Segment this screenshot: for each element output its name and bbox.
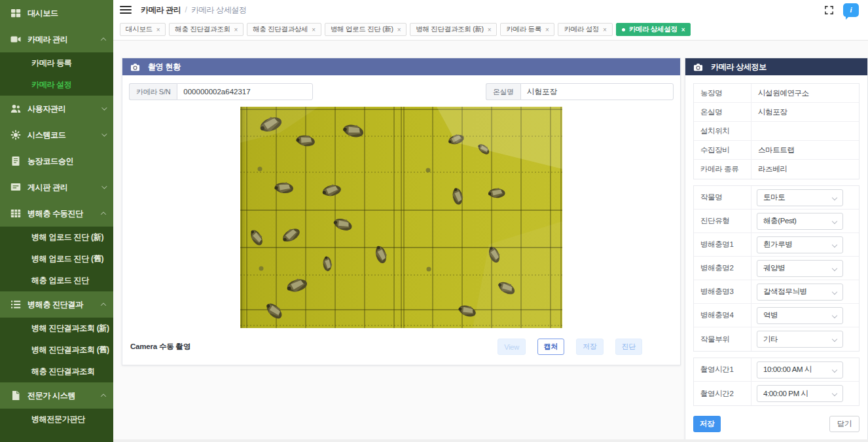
select-병해충명4[interactable]: 역병 (757, 307, 843, 324)
sidebar-item-dashboard[interactable]: 대시보드 (0, 0, 113, 26)
detail-row-label: 촬영시간2 (694, 382, 751, 405)
camera-detail-panel: 카메라 상세정보 농장명시설원예연구소온실명시험포장설치위치수집장비스마트트랩카… (685, 58, 868, 442)
select-진단유형[interactable]: 해충(Pest) (757, 213, 843, 230)
hamburger-menu-icon[interactable] (120, 6, 132, 14)
sidebar-item-disease-diag-result-new[interactable]: 병해 진단결과조회 (新) (0, 318, 113, 339)
sidebar-item-pest-manual-diagnosis[interactable]: 병해충 수동진단 (0, 200, 113, 227)
trap-photo-container (122, 105, 680, 328)
grid-icon (10, 208, 21, 219)
sidebar-item-board-mgmt[interactable]: 게시판 관리 (0, 174, 113, 200)
detail-row: 작물부위기타 (694, 327, 859, 351)
sidebar-item-label: 병해 진단결과조회 (舊) (31, 344, 109, 356)
file-icon (10, 390, 21, 401)
detail-row-label: 작물명 (694, 186, 751, 209)
detail-row-cell: 흰가루병 (751, 236, 848, 253)
chevron-down-icon (832, 242, 837, 247)
tab-camera-register[interactable]: 카메라 등록× (500, 23, 554, 36)
sidebar-item-label: 해충 업로드 진단 (31, 275, 89, 286)
content-area: 촬영 현황 카메라 S/N 온실명 Camera 수동 (113, 41, 868, 442)
detail-row: 설치위치 (694, 122, 859, 141)
sidebar-item-label: 카메라 등록 (31, 58, 72, 69)
sidebar-item-disease-upload-diag-old[interactable]: 병해 업로드 진단 (舊) (0, 248, 113, 270)
sidebar-submenu: 카메라 등록카메라 설정 (0, 52, 113, 96)
tab-disease-upload-new[interactable]: 병해 업로드 진단 (新)× (325, 23, 407, 36)
camera-info-table: 농장명시설원예연구소온실명시험포장설치위치수집장비스마트트랩카메라 종류라즈베리 (693, 83, 859, 179)
save-button[interactable]: 저장 (693, 416, 721, 432)
camera-icon (693, 62, 703, 72)
sidebar-item-label: 병해충 진단결과 (27, 299, 83, 310)
tab-close-icon[interactable]: × (681, 26, 685, 33)
sidebar-item-label: 병해충 수동진단 (27, 208, 83, 219)
tab-label: 카메라 설정 (564, 25, 599, 34)
sticky-trap-photo (240, 107, 562, 328)
tab-pest-diag-result[interactable]: 해충 진단결과조회× (169, 23, 244, 36)
tab-pest-diag-detail[interactable]: 해충 진단결과상세× (247, 23, 321, 36)
capture-button[interactable]: 캡처 (537, 339, 564, 355)
select-촬영시간2[interactable]: 4:00:00 PM 시 (757, 385, 843, 402)
sidebar-item-pest-diag-results[interactable]: 병해충 진단결과 (0, 291, 113, 318)
camera-icon (10, 34, 21, 45)
sidebar-item-farm-code-approval[interactable]: 농장코드승인 (0, 148, 113, 174)
diagnose-button[interactable]: 진단 (615, 339, 642, 355)
sidebar-submenu: 병해 진단결과조회 (新)병해 진단결과조회 (舊)해충 진단결과조회 (0, 318, 113, 382)
sidebar-item-camera-mgmt[interactable]: 카메라 관리 (0, 26, 113, 52)
gears-icon (10, 130, 21, 140)
chevron-down-icon (832, 289, 837, 294)
select-value: 궤양병 (763, 263, 785, 273)
sidebar-submenu: 병해전문가판단 (0, 409, 113, 442)
fullscreen-icon[interactable] (824, 5, 834, 15)
tab-close-icon[interactable]: × (156, 26, 160, 33)
sidebar-item-pest-upload-diag[interactable]: 해충 업로드 진단 (0, 270, 113, 291)
tab-close-icon[interactable]: × (488, 26, 492, 33)
breadcrumb-section[interactable]: 카메라 관리 (141, 5, 181, 16)
detail-row-label: 촬영시간1 (694, 358, 751, 381)
tab-close-icon[interactable]: × (312, 26, 316, 33)
sidebar-item-label: 병해 진단결과조회 (新) (31, 323, 109, 334)
sidebar-item-user-mgmt[interactable]: 사용자관리 (0, 96, 113, 122)
greenhouse-input[interactable] (520, 83, 674, 100)
select-병해충명2[interactable]: 궤양병 (757, 260, 843, 277)
view-button[interactable]: View (497, 339, 525, 355)
close-button[interactable]: 닫기 (829, 416, 859, 432)
detail-row-label: 온실명 (694, 103, 751, 121)
detail-row-value: 시설원예연구소 (751, 88, 816, 98)
capture-panel-header: 촬영 현황 (122, 58, 680, 75)
select-value: 4:00:00 PM 시 (763, 389, 808, 399)
camera-sn-input[interactable] (177, 83, 313, 100)
detail-row-cell: 궤양병 (751, 260, 848, 277)
select-병해충명3[interactable]: 갈색점무늬병 (757, 284, 843, 301)
tab-close-icon[interactable]: × (234, 26, 238, 33)
detail-row-label: 진단유형 (694, 210, 751, 232)
sidebar-item-disease-diag-result-old[interactable]: 병해 진단결과조회 (舊) (0, 339, 113, 361)
detail-row: 병해충명3갈색점무늬병 (694, 280, 859, 304)
select-작물부위[interactable]: 기타 (757, 331, 843, 348)
tab-label: 대시보드 (126, 25, 153, 34)
tab-close-icon[interactable]: × (397, 26, 401, 33)
tab-label: 병해 진단결과조회 (新) (416, 25, 483, 34)
sidebar-item-expert-system[interactable]: 전문가 시스템 (0, 382, 113, 409)
detail-panel-header: 카메라 상세정보 (685, 58, 867, 75)
sidebar-item-system-code[interactable]: 시스템코드 (0, 122, 113, 148)
chevron-up-icon (101, 303, 106, 308)
sidebar-item-label: 시스템코드 (27, 130, 66, 141)
sidebar-item-camera-register[interactable]: 카메라 등록 (0, 52, 113, 74)
select-촬영시간1[interactable]: 10:00:00 AM 시 (757, 361, 843, 378)
sidebar-item-pest-diag-result-view[interactable]: 해충 진단결과조회 (0, 361, 113, 382)
breadcrumb-page: 카메라 상세설정 (191, 5, 247, 16)
tab-dashboard[interactable]: 대시보드× (120, 23, 166, 36)
sidebar-item-disease-upload-diag-new[interactable]: 병해 업로드 진단 (新) (0, 227, 113, 248)
sidebar-item-camera-settings[interactable]: 카메라 설정 (0, 74, 113, 96)
tab-close-icon[interactable]: × (603, 26, 607, 33)
tab-disease-diag-result-new[interactable]: 병해 진단결과조회 (新)× (410, 23, 497, 36)
tab-close-icon[interactable]: × (545, 26, 549, 33)
sidebar-item-disease-expert-judgment[interactable]: 병해전문가판단 (0, 409, 113, 430)
chevron-down-icon (832, 218, 837, 223)
message-info-icon[interactable]: i (843, 3, 859, 17)
select-병해충명1[interactable]: 흰가루병 (757, 236, 843, 253)
tab-camera-detail-settings[interactable]: 카메라 상세설정× (616, 23, 691, 36)
save-button[interactable]: 저장 (576, 339, 603, 355)
tab-camera-settings[interactable]: 카메라 설정× (558, 23, 612, 36)
chevron-up-icon (101, 212, 106, 217)
select-작물명[interactable]: 토마토 (757, 189, 843, 206)
chevron-down-icon (832, 265, 837, 270)
